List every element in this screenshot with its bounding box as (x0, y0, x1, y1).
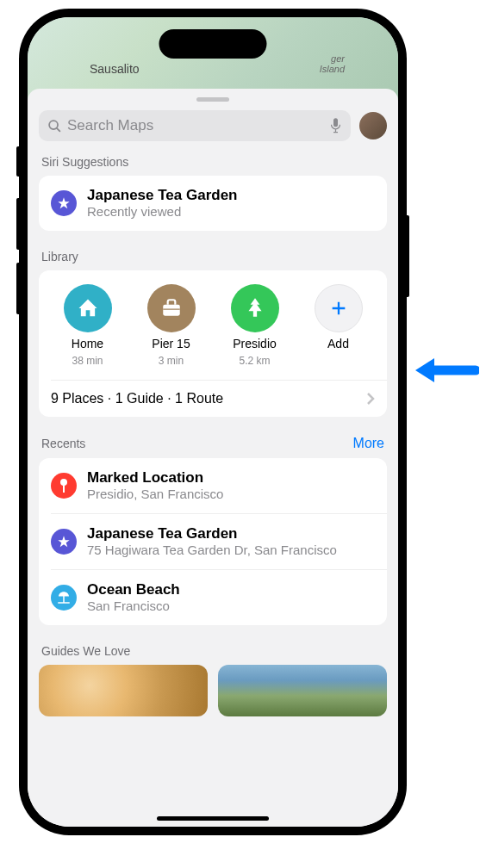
chevron-right-icon (366, 392, 375, 406)
dynamic-island (159, 29, 267, 59)
search-icon (47, 119, 62, 133)
recent-item-ocean-beach[interactable]: Ocean Beach San Francisco (51, 569, 387, 625)
library-card: Home 38 min Pier 15 3 min (39, 270, 387, 417)
recents-card: Marked Location Presidio, San Francisco … (39, 458, 387, 625)
library-item-home[interactable]: Home 38 min (53, 284, 122, 368)
library-header: Library (41, 250, 384, 264)
tree-icon (231, 284, 279, 332)
beach-umbrella-icon (51, 585, 77, 611)
search-row: Search Maps (39, 110, 387, 141)
map-label-island: ger Island (320, 53, 345, 74)
library-summary-row[interactable]: 9 Places · 1 Guide · 1 Route (51, 380, 387, 417)
svg-point-0 (49, 121, 58, 129)
map-label-sausalito: Sausalito (90, 62, 140, 76)
siri-suggestion-item[interactable]: Japanese Tea Garden Recently viewed (39, 176, 387, 231)
library-item-presidio[interactable]: Presidio 5.2 km (221, 284, 290, 368)
recents-header-row: Recents More (41, 436, 384, 451)
star-icon (51, 529, 77, 555)
sheet-grabber[interactable] (196, 97, 229, 102)
home-icon (64, 284, 112, 332)
siri-suggestions-header: Siri Suggestions (41, 155, 384, 169)
silent-switch (16, 146, 19, 177)
plus-icon (315, 284, 363, 332)
avatar[interactable] (359, 112, 387, 140)
recent-item-marked-location[interactable]: Marked Location Presidio, San Francisco (39, 458, 387, 513)
pin-icon (51, 473, 77, 499)
volume-up-button (16, 198, 19, 250)
svg-line-1 (57, 127, 60, 131)
power-button (407, 215, 409, 297)
guides-header: Guides We Love (41, 644, 384, 658)
search-sheet: Search Maps Siri Suggestions Japanese Te… (28, 89, 398, 827)
library-item-pier15[interactable]: Pier 15 3 min (137, 284, 206, 368)
guide-tile-1[interactable] (39, 665, 208, 716)
svg-point-7 (60, 479, 67, 486)
recents-more-button[interactable]: More (353, 436, 384, 451)
library-summary-text: 9 Places · 1 Guide · 1 Route (51, 391, 223, 406)
phone-frame: Sausalito ger Island 9:41 (19, 9, 407, 835)
annotation-arrow-icon (412, 355, 479, 386)
library-item-add[interactable]: Add (304, 284, 373, 368)
siri-suggestions-card: Japanese Tea Garden Recently viewed (39, 176, 387, 231)
search-input[interactable]: Search Maps (39, 110, 351, 141)
siri-suggestion-text: Japanese Tea Garden Recently viewed (87, 186, 238, 220)
library-grid: Home 38 min Pier 15 3 min (39, 270, 387, 380)
recent-item-tea-garden[interactable]: Japanese Tea Garden 75 Hagiwara Tea Gard… (51, 513, 387, 569)
guides-row (39, 665, 387, 734)
svg-rect-8 (63, 485, 65, 493)
microphone-icon[interactable] (329, 117, 342, 134)
volume-down-button (16, 263, 19, 314)
svg-rect-3 (163, 305, 180, 316)
siri-suggestion-title: Japanese Tea Garden (87, 186, 238, 204)
screen: Sausalito ger Island 9:41 (28, 17, 398, 827)
search-placeholder: Search Maps (67, 117, 324, 134)
briefcase-icon (147, 284, 196, 332)
siri-suggestion-subtitle: Recently viewed (87, 204, 238, 220)
guide-tile-2[interactable] (218, 665, 387, 716)
svg-rect-2 (333, 118, 338, 127)
star-icon (51, 190, 77, 216)
home-indicator[interactable] (157, 816, 269, 821)
recents-header: Recents (41, 437, 85, 450)
